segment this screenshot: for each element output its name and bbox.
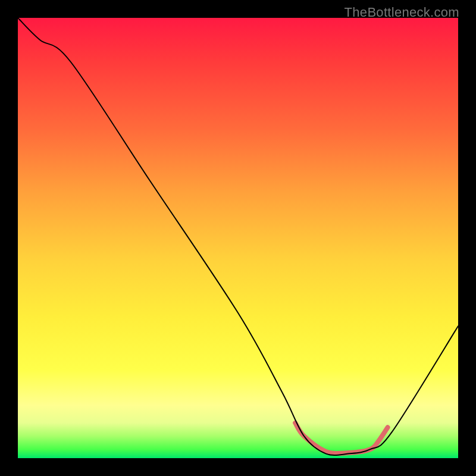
plot-area: [18, 18, 458, 458]
series-trough-highlight: [295, 423, 387, 453]
chart-svg: [18, 18, 458, 458]
series-bottleneck-curve: [18, 18, 458, 455]
chart-container: TheBottleneck.com: [0, 0, 476, 476]
